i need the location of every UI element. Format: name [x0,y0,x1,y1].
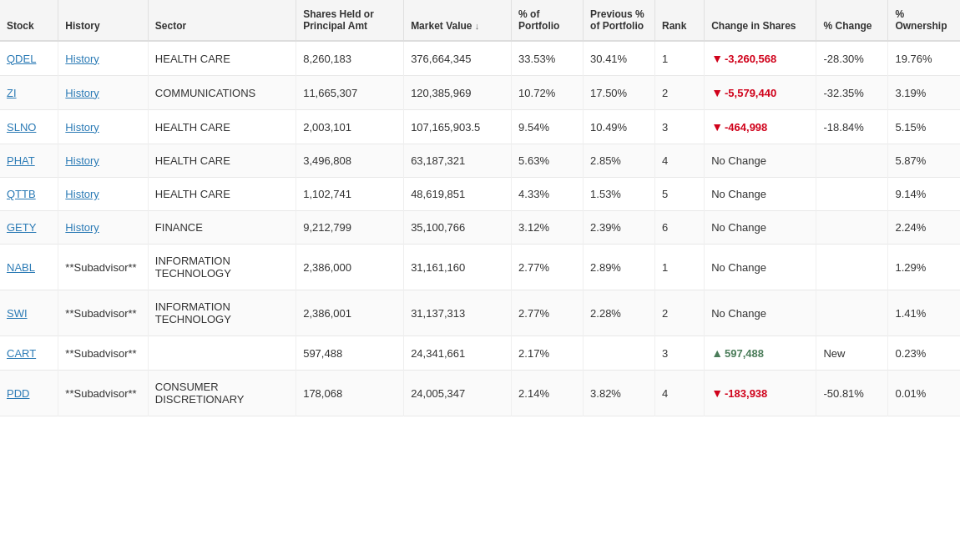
cell-sector: HEALTH CARE [148,110,296,144]
cell-ownership: 2.24% [888,211,960,245]
cell-rank: 6 [655,211,705,245]
cell-sector: HEALTH CARE [148,144,296,178]
cell-stock: SWI [0,290,58,336]
cell-change-shares: No Change [705,178,816,211]
down-arrow-icon: ▼ [711,120,723,134]
cell-stock: QDEL [0,41,58,76]
cell-prev-pct: 30.41% [584,41,655,76]
up-arrow-icon: ▲ [711,346,723,360]
cell-history: History [58,144,148,178]
cell-sector [148,336,296,371]
table-row: QTTBHistoryHEALTH CARE1,102,74148,619,85… [0,178,960,211]
cell-change-shares: No Change [705,245,816,290]
change-value: -5,579,440 [725,87,776,99]
stock-link[interactable]: NABL [7,261,35,274]
cell-rank: 1 [655,41,705,76]
history-link[interactable]: History [65,188,99,200]
stock-link[interactable]: CART [7,347,36,360]
cell-pct-portfolio: 3.12% [512,211,584,245]
cell-pct-change [816,144,888,178]
stock-link[interactable]: ZI [7,87,17,99]
table-row: SWI**Subadvisor**INFORMATION TECHNOLOGY2… [0,290,960,336]
stock-link[interactable]: SWI [7,307,28,320]
col-header-chg-shares[interactable]: Change in Shares [705,0,816,41]
portfolio-table: Stock History Sector Shares Held or Prin… [0,0,960,416]
cell-shares: 8,260,183 [296,41,404,76]
cell-history: History [58,110,148,144]
cell-pct-change: -28.30% [816,41,888,76]
cell-sector: INFORMATION TECHNOLOGY [148,290,296,336]
cell-shares: 11,665,307 [296,76,404,110]
cell-history: History [58,178,148,211]
cell-rank: 4 [655,371,705,416]
cell-pct-change: New [816,336,888,371]
history-link[interactable]: History [65,87,99,99]
cell-market-value: 31,161,160 [404,245,512,290]
history-link[interactable]: History [65,154,99,167]
change-value: -183,938 [725,387,767,400]
cell-ownership: 3.19% [888,76,960,110]
col-header-rank[interactable]: Rank [655,0,705,41]
cell-change-shares: ▼-5,579,440 [705,76,816,110]
cell-change-shares: No Change [705,290,816,336]
col-header-mktval[interactable]: Market Value ↓ [404,0,512,41]
stock-link[interactable]: PHAT [7,154,35,167]
cell-pct-portfolio: 2.77% [512,245,584,290]
cell-shares: 3,496,808 [296,144,404,178]
cell-shares: 597,488 [296,336,404,371]
cell-shares: 1,102,741 [296,178,404,211]
cell-history: History [58,76,148,110]
stock-link[interactable]: QTTB [7,188,36,200]
table-row: PDD**Subadvisor**CONSUMER DISCRETIONARY1… [0,371,960,416]
history-link[interactable]: History [65,53,99,65]
cell-sector: CONSUMER DISCRETIONARY [148,371,296,416]
col-header-prev-pct[interactable]: Previous % of Portfolio [584,0,655,41]
history-link[interactable]: History [65,121,99,134]
cell-pct-change [816,178,888,211]
cell-shares: 178,068 [296,371,404,416]
stock-link[interactable]: SLNO [7,121,36,134]
cell-history: **Subadvisor** [58,371,148,416]
cell-ownership: 5.87% [888,144,960,178]
cell-market-value: 63,187,321 [404,144,512,178]
cell-prev-pct: 3.82% [584,371,655,416]
cell-sector: COMMUNICATIONS [148,76,296,110]
cell-pct-change: -18.84% [816,110,888,144]
cell-pct-change [816,245,888,290]
cell-change-shares: ▼-464,998 [705,110,816,144]
cell-pct-portfolio: 5.63% [512,144,584,178]
cell-ownership: 1.41% [888,290,960,336]
cell-pct-portfolio: 10.72% [512,76,584,110]
cell-stock: NABL [0,245,58,290]
col-header-sector[interactable]: Sector [148,0,296,41]
cell-pct-portfolio: 4.33% [512,178,584,211]
cell-shares: 2,386,000 [296,245,404,290]
cell-prev-pct: 2.28% [584,290,655,336]
cell-rank: 1 [655,245,705,290]
col-header-shares[interactable]: Shares Held or Principal Amt [296,0,404,41]
stock-link[interactable]: GETY [7,221,36,234]
cell-history: **Subadvisor** [58,336,148,371]
change-value: 597,488 [725,347,764,360]
change-value: -3,260,568 [725,53,776,65]
cell-prev-pct: 2.89% [584,245,655,290]
stock-link[interactable]: QDEL [7,53,36,65]
table-row: PHATHistoryHEALTH CARE3,496,80863,187,32… [0,144,960,178]
col-header-ownership[interactable]: % Ownership [888,0,960,41]
table-row: SLNOHistoryHEALTH CARE2,003,101107,165,9… [0,110,960,144]
cell-market-value: 31,137,313 [404,290,512,336]
cell-prev-pct: 1.53% [584,178,655,211]
col-header-history[interactable]: History [58,0,148,41]
cell-market-value: 35,100,766 [404,211,512,245]
cell-rank: 2 [655,290,705,336]
stock-link[interactable]: PDD [7,387,29,400]
history-link[interactable]: History [65,221,99,234]
col-header-stock[interactable]: Stock [0,0,58,41]
col-header-pct-chg[interactable]: % Change [816,0,888,41]
cell-rank: 2 [655,76,705,110]
cell-market-value: 376,664,345 [404,41,512,76]
cell-sector: HEALTH CARE [148,41,296,76]
cell-stock: PDD [0,371,58,416]
cell-ownership: 5.15% [888,110,960,144]
col-header-pct-port[interactable]: % of Portfolio [512,0,584,41]
